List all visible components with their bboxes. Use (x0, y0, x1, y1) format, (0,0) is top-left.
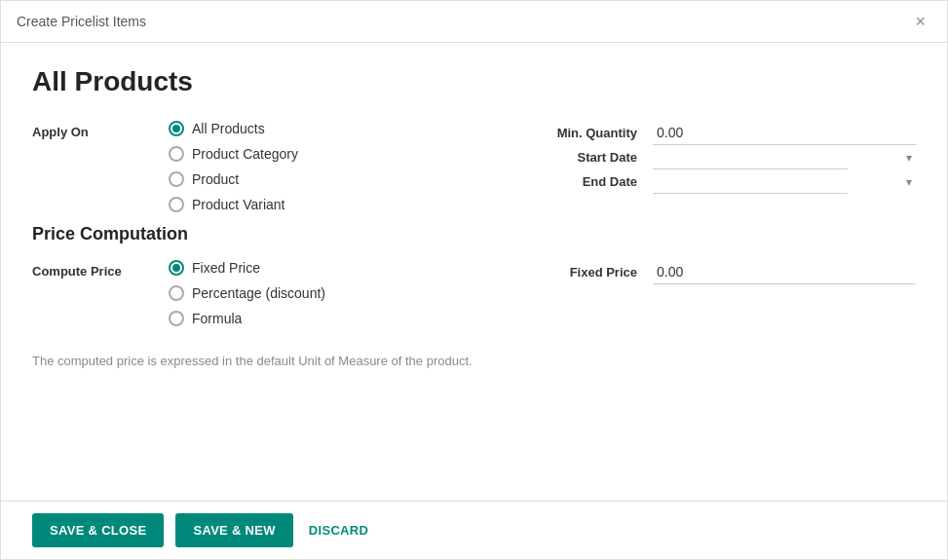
right-fields-section: Min. Quantity Start Date End Date (507, 121, 916, 194)
end-date-select[interactable] (653, 169, 848, 194)
save-new-button[interactable]: SAVE & NEW (175, 513, 292, 547)
radio-fixed-price-label: Fixed Price (192, 260, 260, 276)
end-date-label: End Date (530, 174, 637, 189)
radio-product-variant[interactable]: Product Variant (169, 197, 383, 212)
dialog: Create Pricelist Items × All Products Ap… (0, 0, 948, 560)
radio-product-variant-input[interactable] (169, 197, 184, 212)
start-date-select-wrapper (653, 145, 916, 169)
radio-product-category[interactable]: Product Category (169, 146, 383, 162)
apply-on-label: Apply On (32, 121, 169, 139)
min-quantity-label: Min. Quantity (530, 126, 637, 140)
dialog-title: Create Pricelist Items (17, 14, 146, 29)
radio-product-category-input[interactable] (169, 146, 184, 162)
radio-product-variant-label: Product Variant (192, 197, 284, 212)
price-computation-section: Price Computation Compute Price Fixed Pr… (32, 224, 916, 368)
fixed-price-field-row: Fixed Price (530, 260, 916, 284)
apply-on-radio-group: All Products Product Category Product (169, 121, 383, 212)
radio-all-products[interactable]: All Products (169, 121, 383, 136)
note-text: The computed price is expressed in the d… (32, 354, 916, 368)
radio-product-label: Product (192, 171, 239, 187)
radio-fixed-price[interactable]: Fixed Price (169, 260, 383, 276)
radio-all-products-label: All Products (192, 121, 265, 136)
min-quantity-row: Min. Quantity (530, 121, 916, 145)
compute-price-row: Compute Price Fixed Price Percentage (di… (32, 260, 916, 338)
radio-percentage-discount-input[interactable] (169, 285, 184, 301)
form-section-apply: Apply On All Products Product Category (32, 121, 916, 224)
dialog-body: All Products Apply On All Products Produ… (1, 43, 947, 501)
fixed-price-input[interactable] (653, 260, 916, 284)
discard-button[interactable]: DISCARD (305, 513, 372, 547)
page-title: All Products (32, 66, 916, 97)
radio-formula[interactable]: Formula (169, 311, 383, 326)
apply-on-row: Apply On All Products Product Category (32, 121, 507, 212)
compute-price-left: Compute Price Fixed Price Percentage (di… (32, 260, 507, 338)
radio-product-input[interactable] (169, 171, 184, 187)
start-date-select[interactable] (653, 145, 848, 169)
start-date-label: Start Date (530, 150, 637, 165)
compute-price-label: Compute Price (32, 260, 169, 279)
radio-formula-input[interactable] (169, 311, 184, 326)
radio-all-products-input[interactable] (169, 121, 184, 136)
dialog-footer: SAVE & CLOSE SAVE & NEW DISCARD (1, 502, 947, 559)
radio-fixed-price-input[interactable] (169, 260, 184, 276)
start-date-row: Start Date (530, 145, 916, 169)
close-button[interactable]: × (909, 11, 931, 32)
radio-product-category-label: Product Category (192, 146, 298, 162)
radio-product[interactable]: Product (169, 171, 383, 187)
radio-formula-label: Formula (192, 311, 242, 326)
min-quantity-input[interactable] (653, 121, 916, 145)
end-date-select-wrapper (653, 169, 916, 194)
dialog-header: Create Pricelist Items × (1, 1, 947, 43)
compute-price-radio-group: Fixed Price Percentage (discount) Formul… (169, 260, 383, 326)
radio-percentage-discount-label: Percentage (discount) (192, 285, 325, 301)
price-computation-title: Price Computation (32, 224, 916, 244)
save-close-button[interactable]: SAVE & CLOSE (32, 513, 164, 547)
apply-on-section: Apply On All Products Product Category (32, 121, 507, 224)
fixed-price-field-label: Fixed Price (530, 265, 637, 280)
compute-price-options-row: Compute Price Fixed Price Percentage (di… (32, 260, 507, 326)
end-date-row: End Date (530, 169, 916, 194)
radio-percentage-discount[interactable]: Percentage (discount) (169, 285, 383, 301)
fixed-price-right: Fixed Price (507, 260, 916, 284)
